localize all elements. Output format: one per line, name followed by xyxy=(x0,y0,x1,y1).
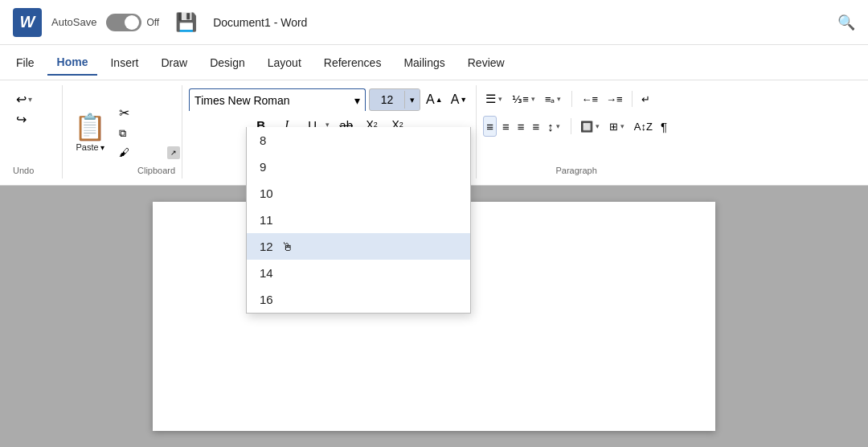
sort-button[interactable]: A↕Z xyxy=(632,116,655,137)
show-formatting-button[interactable]: ¶ xyxy=(658,116,669,137)
multilevel-list-button[interactable]: ≡ₐ ▾ xyxy=(542,88,566,109)
shrink-font-button[interactable]: A▼ xyxy=(448,89,470,110)
font-size-option-11[interactable]: 11 xyxy=(247,207,470,233)
menu-item-insert[interactable]: Insert xyxy=(100,50,148,76)
unordered-list-button[interactable]: ☰ ▾ xyxy=(483,88,506,109)
font-size-value: 12 xyxy=(370,91,405,109)
cut-icon: ✂ xyxy=(119,105,129,121)
font-size-option-12[interactable]: 12 🖱 xyxy=(247,233,470,260)
paragraph-group-label: Paragraph xyxy=(555,162,596,175)
ordered-list-button[interactable]: ⅓≡ ▾ xyxy=(510,88,539,109)
font-family-selector[interactable]: Times New Roman ▾ xyxy=(189,88,366,111)
align-center-icon: ≡ xyxy=(502,120,510,133)
font-size-dropdown: 8 9 10 11 12 🖱 14 16 xyxy=(246,127,471,314)
pilcrow-icon: ¶ xyxy=(661,120,667,133)
justify-icon: ≡ xyxy=(533,120,540,133)
clipboard-expand-button[interactable]: ↗ xyxy=(167,146,180,159)
sort-icon: A↕Z xyxy=(634,121,653,133)
redo-icon: ↪ xyxy=(16,112,27,127)
ml-dropdown-arrow[interactable]: ▾ xyxy=(555,95,563,103)
document-title: Document1 - Word xyxy=(213,16,828,29)
clipboard-right-buttons: ✂ ⧉ 🖌 xyxy=(116,88,133,175)
font-size-option-9[interactable]: 9 xyxy=(247,154,470,180)
paragraph-row-2: ≡ ≡ ≡ ≡ ↕ ▾ 🔲 ▾ ⊞ ▾ xyxy=(483,116,669,137)
borders-icon: ⊞ xyxy=(609,121,618,133)
line-spacing-button[interactable]: ↕ ▾ xyxy=(545,116,564,137)
autosave-toggle[interactable]: Off xyxy=(106,14,159,31)
menu-item-review[interactable]: Review xyxy=(458,50,514,76)
undo-icon: ↩ xyxy=(16,92,27,107)
menu-item-references[interactable]: References xyxy=(314,50,391,76)
rtl-ltr-button[interactable]: ↵ xyxy=(639,88,653,109)
menu-bar: File Home Insert Draw Design Layout Refe… xyxy=(0,45,868,80)
line-spacing-icon: ↕ xyxy=(547,120,554,133)
menu-item-mailings[interactable]: Mailings xyxy=(394,50,454,76)
font-row-1: Times New Roman ▾ 12 ▾ A▲ A▼ xyxy=(189,88,469,111)
undo-dropdown-arrow[interactable]: ▾ xyxy=(28,95,32,104)
align-right-button[interactable]: ≡ xyxy=(515,116,527,137)
paragraph-row-1: ☰ ▾ ⅓≡ ▾ ≡ₐ ▾ ←≡ →≡ ↵ xyxy=(483,88,669,109)
save-icon[interactable]: 💾 xyxy=(175,12,197,33)
line-spacing-dropdown-arrow[interactable]: ▾ xyxy=(555,122,562,130)
borders-button[interactable]: ⊞ ▾ xyxy=(607,116,628,137)
indent-increase-button[interactable]: →≡ xyxy=(604,88,625,109)
paste-dropdown-arrow[interactable]: ▾ xyxy=(100,143,104,152)
font-size-selector[interactable]: 12 ▾ xyxy=(369,88,420,111)
ul-dropdown-arrow[interactable]: ▾ xyxy=(497,95,504,103)
font-family-dropdown-arrow[interactable]: ▾ xyxy=(354,94,360,107)
paste-icon: 📋 xyxy=(74,112,106,142)
paragraph-group: ☰ ▾ ⅓≡ ▾ ≡ₐ ▾ ←≡ →≡ ↵ ≡ ≡ xyxy=(477,85,676,178)
clipboard-group-label: Clipboard xyxy=(137,162,175,175)
font-size-option-8[interactable]: 8 xyxy=(247,127,470,154)
undo-buttons: ↩ ▾ ↪ xyxy=(13,90,35,129)
ol-dropdown-arrow[interactable]: ▾ xyxy=(530,95,537,103)
indent-decrease-button[interactable]: ←≡ xyxy=(579,88,600,109)
clipboard-group: 📋 Paste ▾ ✂ ⧉ 🖌 ↗ Clipboard xyxy=(63,85,182,178)
copy-icon: ⧉ xyxy=(119,127,126,140)
menu-item-draw[interactable]: Draw xyxy=(151,50,197,76)
toggle-knob xyxy=(125,15,139,30)
toggle-switch[interactable] xyxy=(106,14,141,31)
undo-group-label: Undo xyxy=(13,162,34,175)
menu-item-layout[interactable]: Layout xyxy=(258,50,311,76)
undo-button[interactable]: ↩ ▾ xyxy=(13,90,35,109)
font-size-option-14[interactable]: 14 xyxy=(247,260,470,286)
justify-button[interactable]: ≡ xyxy=(530,116,542,137)
menu-item-design[interactable]: Design xyxy=(200,50,255,76)
align-right-icon: ≡ xyxy=(518,120,525,133)
shading-dropdown-arrow[interactable]: ▾ xyxy=(594,122,601,130)
grow-font-button[interactable]: A▲ xyxy=(424,89,445,110)
ordered-list-icon: ⅓≡ xyxy=(512,93,529,105)
shading-button[interactable]: 🔲 ▾ xyxy=(578,116,604,137)
align-left-icon: ≡ xyxy=(486,120,493,133)
paste-label: Paste xyxy=(76,142,98,152)
multilevel-list-icon: ≡ₐ xyxy=(545,93,555,105)
redo-button[interactable]: ↪ xyxy=(13,110,35,129)
format-painter-icon: 🖌 xyxy=(119,146,129,158)
cursor-indicator: 🖱 xyxy=(281,240,293,253)
title-bar: W AutoSave Off 💾 Document1 - Word 🔍 xyxy=(0,0,868,45)
copy-button[interactable]: ⧉ xyxy=(116,125,133,141)
font-size-option-10[interactable]: 10 xyxy=(247,180,470,207)
menu-item-file[interactable]: File xyxy=(6,50,44,76)
borders-dropdown-arrow[interactable]: ▾ xyxy=(619,122,626,130)
shading-icon: 🔲 xyxy=(580,121,593,133)
cut-button[interactable]: ✂ xyxy=(116,104,133,122)
unordered-list-icon: ☰ xyxy=(485,92,496,106)
align-left-button[interactable]: ≡ xyxy=(483,116,497,137)
font-size-dropdown-arrow[interactable]: ▾ xyxy=(405,89,420,110)
autosave-label: AutoSave xyxy=(51,16,96,28)
paste-button[interactable]: 📋 Paste ▾ xyxy=(69,88,111,175)
word-logo: W xyxy=(13,8,42,37)
font-family-value: Times New Roman xyxy=(194,94,290,107)
format-painter-button[interactable]: 🖌 xyxy=(116,145,133,160)
undo-group: ↩ ▾ ↪ Undo xyxy=(6,85,63,178)
font-size-option-16[interactable]: 16 xyxy=(247,286,470,313)
search-icon[interactable]: 🔍 xyxy=(837,14,855,31)
menu-item-home[interactable]: Home xyxy=(47,50,98,76)
align-center-button[interactable]: ≡ xyxy=(500,116,512,137)
toggle-state: Off xyxy=(146,17,159,28)
